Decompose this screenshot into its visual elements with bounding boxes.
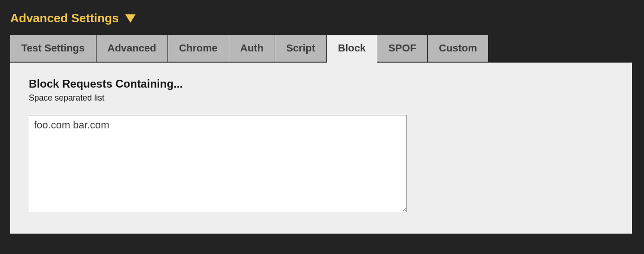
tab-advanced[interactable]: Advanced — [97, 35, 168, 63]
block-panel: Block Requests Containing... Space separ… — [10, 63, 632, 234]
tab-auth[interactable]: Auth — [229, 35, 275, 63]
panel-title: Block Requests Containing... — [29, 77, 613, 90]
tab-bar: Test Settings Advanced Chrome Auth Scrip… — [10, 35, 634, 63]
tab-custom[interactable]: Custom — [428, 35, 488, 63]
section-title: Advanced Settings — [10, 11, 119, 25]
advanced-settings-header[interactable]: Advanced Settings — [10, 11, 634, 25]
svg-marker-0 — [125, 14, 135, 23]
tab-script[interactable]: Script — [275, 35, 327, 63]
panel-subtitle: Space separated list — [29, 93, 613, 103]
tab-block[interactable]: Block — [327, 35, 377, 63]
block-list-textarea[interactable] — [29, 115, 407, 212]
tab-test-settings[interactable]: Test Settings — [10, 35, 97, 63]
chevron-down-icon — [125, 14, 135, 23]
tab-spof[interactable]: SPOF — [377, 35, 428, 63]
tab-chrome[interactable]: Chrome — [168, 35, 229, 63]
